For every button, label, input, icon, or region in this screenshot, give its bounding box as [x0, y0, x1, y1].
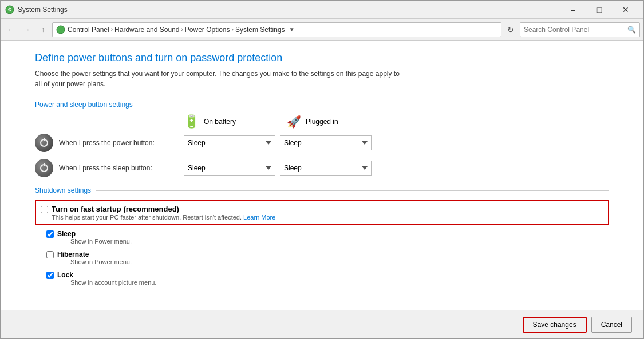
sleep-button-text: When I press the sleep button:	[59, 164, 152, 172]
power-button-label: When I press the power button:	[35, 134, 184, 152]
power-battery-dropdown[interactable]: Sleep Do nothing Hibernate Shut down Tur…	[184, 135, 275, 150]
breadcrumb-part2: Hardware and Sound	[114, 26, 179, 34]
power-button-row: When I press the power button: Sleep Do …	[35, 134, 609, 152]
sleep-sublabel: Show in Power menu.	[46, 238, 609, 245]
lock-sublabel: Show in account picture menu.	[46, 279, 609, 286]
maximize-button[interactable]: □	[586, 1, 613, 19]
page-description: Choose the power settings that you want …	[35, 69, 407, 89]
window-controls: – □ ✕	[560, 1, 639, 19]
refresh-button[interactable]: ↻	[504, 23, 517, 37]
search-icon: 🔍	[627, 26, 636, 34]
section2-line	[96, 190, 609, 191]
page-title: Define power buttons and turn on passwor…	[35, 52, 609, 64]
col-battery-header: 🔋 On battery	[184, 114, 287, 129]
hibernate-label: Hibernate	[57, 250, 89, 258]
window-icon: ⚙	[5, 5, 14, 14]
lock-checkbox-label[interactable]: Lock	[46, 271, 609, 279]
power-icon-inner	[40, 139, 48, 147]
back-button[interactable]: ←	[4, 23, 18, 37]
footer: Save changes Cancel	[1, 310, 643, 338]
fast-startup-checkbox[interactable]	[41, 206, 48, 213]
window-title: System Settings	[18, 6, 560, 14]
cancel-button[interactable]: Cancel	[591, 317, 632, 333]
sleep-item: Sleep Show in Power menu.	[35, 230, 609, 245]
fast-startup-label[interactable]: Turn on fast startup (recommended)	[52, 205, 179, 213]
sleep-button-label: When I press the sleep button:	[35, 159, 184, 177]
breadcrumb-part1: Control Panel	[68, 26, 109, 34]
power-plugged-dropdown[interactable]: Sleep Do nothing Hibernate Shut down Tur…	[280, 135, 372, 150]
save-button[interactable]: Save changes	[523, 317, 587, 333]
content-area: Define power buttons and turn on passwor…	[1, 41, 643, 310]
hibernate-checkbox[interactable]	[46, 251, 54, 258]
system-settings-window: ⚙ System Settings – □ ✕ ← → ↑ Control Pa…	[0, 0, 644, 339]
sleep-button-icon	[35, 159, 53, 177]
fast-startup-desc: This helps start your PC faster after sh…	[52, 214, 275, 221]
section1-label: Power and sleep button settings	[35, 101, 133, 109]
section2-label: Shutdown settings	[35, 186, 91, 194]
forward-button[interactable]: →	[20, 23, 34, 37]
close-button[interactable]: ✕	[613, 1, 639, 19]
search-bar: 🔍	[520, 22, 640, 37]
fast-startup-content: Turn on fast startup (recommended) This …	[52, 205, 275, 221]
power-button-icon	[35, 134, 53, 152]
section2-header: Shutdown settings	[35, 186, 609, 194]
lock-item: Lock Show in account picture menu.	[35, 271, 609, 286]
col-battery-label: On battery	[204, 118, 236, 126]
sleep-battery-dropdown[interactable]: Sleep Do nothing Hibernate Shut down Tur…	[184, 161, 275, 176]
main-content: Define power buttons and turn on passwor…	[1, 41, 643, 338]
home-icon	[56, 25, 65, 34]
sleep-button-row: When I press the sleep button: Sleep Do …	[35, 159, 609, 177]
lock-label: Lock	[57, 271, 73, 279]
breadcrumb: Control Panel › Hardware and Sound › Pow…	[52, 22, 501, 37]
breadcrumb-dropdown-button[interactable]: ▼	[285, 23, 299, 37]
lock-checkbox[interactable]	[46, 272, 54, 279]
section1-header: Power and sleep button settings	[35, 101, 609, 109]
plugged-icon: 🚀	[287, 115, 301, 129]
titlebar: ⚙ System Settings – □ ✕	[1, 1, 643, 19]
learn-more-link[interactable]: Learn More	[243, 214, 275, 221]
section1-line	[137, 105, 609, 105]
sleep-checkbox[interactable]	[46, 230, 54, 238]
up-button[interactable]: ↑	[36, 23, 50, 37]
svg-text:⚙: ⚙	[7, 7, 12, 13]
fast-startup-item: Turn on fast startup (recommended) This …	[35, 200, 609, 225]
fast-startup-strong: Turn on fast startup (recommended)	[52, 205, 179, 213]
hibernate-item: Hibernate Show in Power menu.	[35, 250, 609, 265]
sleep-icon-inner	[40, 164, 48, 172]
addressbar: ← → ↑ Control Panel › Hardware and Sound…	[1, 19, 643, 41]
col-plugged-header: 🚀 Plugged in	[287, 115, 390, 129]
breadcrumb-part3: Power Options	[185, 26, 230, 34]
minimize-button[interactable]: –	[560, 1, 586, 19]
breadcrumb-part4: System Settings	[235, 26, 285, 34]
hibernate-sublabel: Show in Power menu.	[46, 258, 609, 265]
battery-icon: 🔋	[184, 114, 199, 129]
hibernate-checkbox-label[interactable]: Hibernate	[46, 250, 609, 258]
col-plugged-label: Plugged in	[306, 118, 338, 126]
sleep-label: Sleep	[57, 230, 76, 238]
power-button-text: When I press the power button:	[59, 139, 155, 147]
svg-point-2	[57, 26, 65, 34]
sleep-plugged-dropdown[interactable]: Sleep Do nothing Hibernate Shut down Tur…	[280, 161, 372, 176]
sleep-checkbox-label[interactable]: Sleep	[46, 230, 609, 238]
settings-header-row: 🔋 On battery 🚀 Plugged in	[35, 114, 609, 129]
search-input[interactable]	[524, 26, 627, 34]
